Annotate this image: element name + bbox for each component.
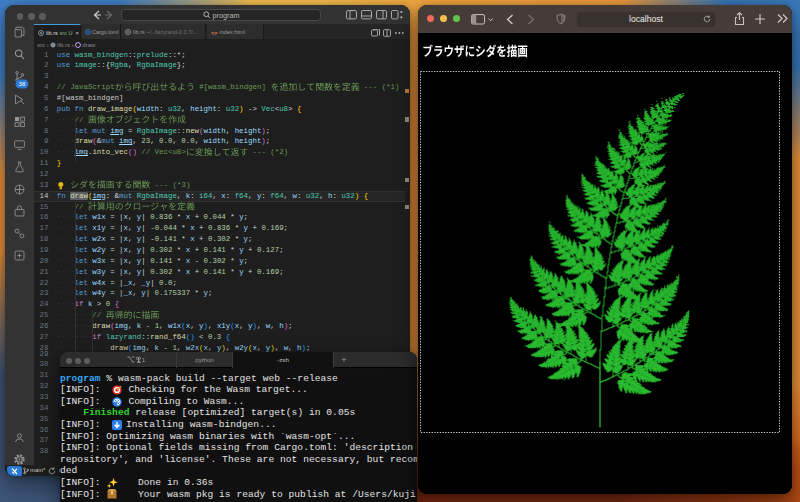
svg-text:38: 38	[19, 80, 26, 87]
